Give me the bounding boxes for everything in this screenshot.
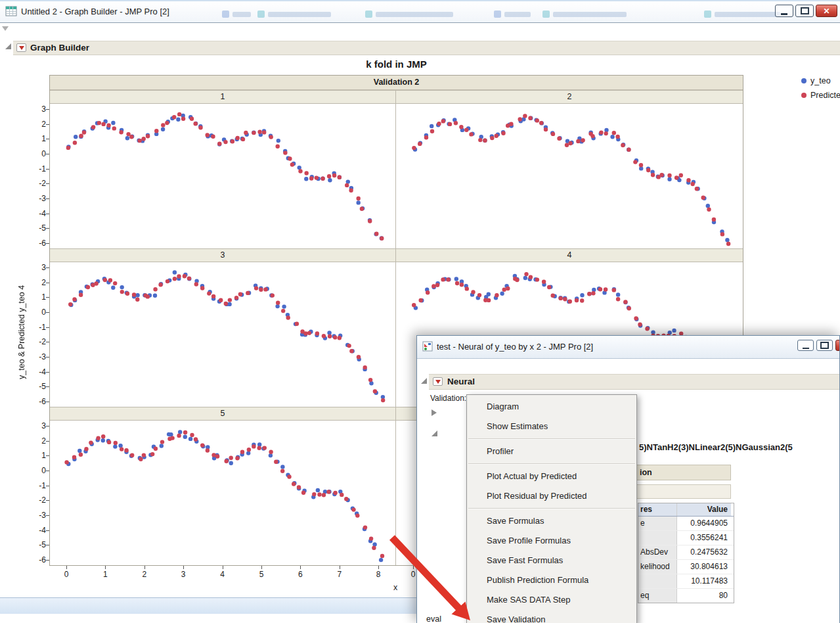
data-point[interactable] xyxy=(374,232,378,236)
data-point[interactable] xyxy=(146,134,150,138)
data-point[interactable] xyxy=(349,349,353,353)
maximize-button[interactable] xyxy=(816,340,833,351)
data-point[interactable] xyxy=(659,173,663,177)
data-point[interactable] xyxy=(327,174,331,178)
data-point[interactable] xyxy=(500,292,504,296)
data-point[interactable] xyxy=(106,124,110,127)
data-point[interactable] xyxy=(338,336,342,340)
data-point[interactable] xyxy=(206,448,210,452)
data-point[interactable] xyxy=(217,142,221,146)
data-point[interactable] xyxy=(283,150,287,154)
data-point[interactable] xyxy=(120,285,124,289)
data-point[interactable] xyxy=(515,278,519,282)
data-point[interactable] xyxy=(200,286,204,290)
data-point[interactable] xyxy=(706,204,710,208)
data-point[interactable] xyxy=(113,444,117,448)
data-point[interactable] xyxy=(616,292,620,296)
data-point[interactable] xyxy=(178,430,182,434)
data-point[interactable] xyxy=(135,293,139,297)
data-point[interactable] xyxy=(368,378,372,382)
data-point[interactable] xyxy=(177,274,181,278)
data-point[interactable] xyxy=(170,436,174,440)
data-point[interactable] xyxy=(96,436,100,440)
data-point[interactable] xyxy=(523,114,527,118)
data-point[interactable] xyxy=(616,297,620,301)
data-point[interactable] xyxy=(94,281,98,285)
data-point[interactable] xyxy=(303,331,307,335)
data-point[interactable] xyxy=(360,207,364,211)
data-point[interactable] xyxy=(161,127,165,131)
data-point[interactable] xyxy=(604,131,608,135)
data-point[interactable] xyxy=(263,446,267,450)
data-point[interactable] xyxy=(373,389,377,393)
data-point[interactable] xyxy=(328,178,332,182)
data-point[interactable] xyxy=(591,291,595,295)
disclosure-open-icon[interactable] xyxy=(431,430,437,436)
data-point[interactable] xyxy=(627,148,630,152)
data-point[interactable] xyxy=(173,277,177,281)
data-point[interactable] xyxy=(441,119,445,123)
data-point[interactable] xyxy=(725,238,729,242)
data-point[interactable] xyxy=(490,136,494,140)
data-point[interactable] xyxy=(234,296,238,300)
data-point[interactable] xyxy=(287,474,291,478)
data-point[interactable] xyxy=(132,292,136,296)
data-point[interactable] xyxy=(79,293,83,297)
data-point[interactable] xyxy=(639,163,643,167)
data-point[interactable] xyxy=(535,277,539,281)
data-point[interactable] xyxy=(160,444,164,448)
data-point[interactable] xyxy=(244,131,248,135)
data-point[interactable] xyxy=(315,331,319,335)
menu-item-plot-actual-by-predicted[interactable]: Plot Actual by Predicted xyxy=(467,467,636,486)
data-point[interactable] xyxy=(200,443,204,447)
data-point[interactable] xyxy=(651,173,655,177)
data-point[interactable] xyxy=(119,130,123,134)
data-point[interactable] xyxy=(495,293,498,297)
data-point[interactable] xyxy=(223,140,227,144)
data-point[interactable] xyxy=(172,115,176,119)
data-point[interactable] xyxy=(154,447,158,451)
data-point[interactable] xyxy=(276,301,280,305)
data-point[interactable] xyxy=(240,450,244,454)
data-point[interactable] xyxy=(183,274,187,278)
data-point[interactable] xyxy=(215,454,219,458)
data-point[interactable] xyxy=(557,137,561,141)
data-point[interactable] xyxy=(459,125,463,129)
data-point[interactable] xyxy=(372,546,376,550)
data-point[interactable] xyxy=(86,285,90,289)
data-point[interactable] xyxy=(129,135,133,139)
data-point[interactable] xyxy=(309,176,313,180)
menu-item-profiler[interactable]: Profiler xyxy=(467,442,636,461)
data-point[interactable] xyxy=(229,461,233,465)
data-point[interactable] xyxy=(274,460,278,464)
data-point[interactable] xyxy=(518,117,522,121)
data-point[interactable] xyxy=(312,492,316,496)
data-point[interactable] xyxy=(551,294,555,298)
data-point[interactable] xyxy=(412,303,416,307)
collapsed-menu-triangle-icon[interactable] xyxy=(2,26,9,31)
minimize-button[interactable] xyxy=(775,5,793,17)
data-point[interactable] xyxy=(207,291,211,295)
data-point[interactable] xyxy=(326,490,330,494)
legend-item[interactable]: y_teo xyxy=(801,74,840,88)
data-point[interactable] xyxy=(153,294,157,298)
data-point[interactable] xyxy=(298,169,302,173)
data-point[interactable] xyxy=(297,485,301,489)
scatter-panel-1[interactable] xyxy=(50,104,395,248)
data-point[interactable] xyxy=(322,334,326,338)
data-point[interactable] xyxy=(276,145,280,149)
data-point[interactable] xyxy=(190,117,194,121)
menu-item-show-estimates[interactable]: Show Estimates xyxy=(467,417,636,436)
menu-item-make-sas-data-step[interactable]: Make SAS DATA Step xyxy=(467,590,636,610)
data-point[interactable] xyxy=(198,126,202,129)
data-point[interactable] xyxy=(103,278,107,282)
data-point[interactable] xyxy=(576,139,580,143)
data-point[interactable] xyxy=(77,449,81,453)
data-point[interactable] xyxy=(623,300,627,304)
data-point[interactable] xyxy=(565,143,569,147)
data-point[interactable] xyxy=(372,542,376,546)
data-point[interactable] xyxy=(419,298,423,302)
data-point[interactable] xyxy=(263,287,267,291)
data-point[interactable] xyxy=(301,491,305,495)
red-triangle-menu-icon[interactable] xyxy=(433,377,443,386)
